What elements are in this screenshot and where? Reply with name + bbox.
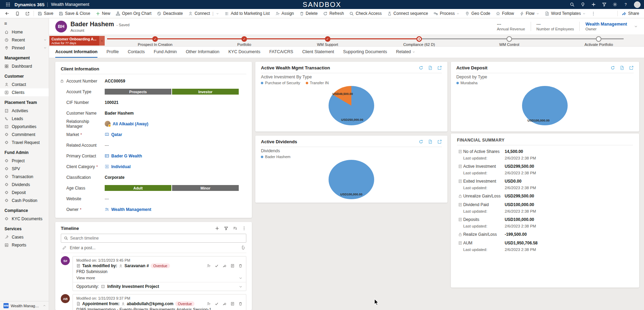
regarding-link[interactable]: Infinity Investment Project xyxy=(107,284,159,289)
filter-icon[interactable] xyxy=(602,2,607,7)
entry-actor[interactable]: ababdullah@kpmg.com xyxy=(127,301,173,306)
record-set-icon[interactable] xyxy=(12,9,22,18)
sidebar-item-pinned[interactable]: Pinned xyxy=(0,44,49,52)
view-records-icon[interactable] xyxy=(428,66,433,70)
tab-supporting-documents[interactable]: Supporting Documents xyxy=(343,47,387,58)
assign-icon[interactable] xyxy=(207,264,211,268)
overflow-button[interactable] xyxy=(588,9,598,18)
entry-card[interactable]: Modified on: 1/31/2023 9:45 PMTask modif… xyxy=(73,256,246,291)
user-avatar[interactable] xyxy=(634,1,641,8)
sidebar-item-transaction[interactable]: Transaction xyxy=(0,173,49,181)
open-record-icon[interactable] xyxy=(222,302,227,306)
refresh-icon[interactable] xyxy=(419,139,423,144)
lightbulb-icon[interactable] xyxy=(580,2,585,7)
tab-fatca-crs[interactable]: FATCA/CRS xyxy=(269,47,293,58)
tab-fund-admin[interactable]: Fund Admin xyxy=(154,47,177,58)
search-timeline-input[interactable] xyxy=(70,236,243,241)
entry-card[interactable]: Modified on: 1/31/2023 9:37 PMAppointmen… xyxy=(73,294,246,310)
view-more[interactable]: View more xyxy=(76,276,243,281)
bpf-stage-prospect-in-creation[interactable]: ✓Prospect In Creation xyxy=(138,35,172,47)
word-templates-button[interactable]: Word Templates xyxy=(542,9,588,18)
popout-icon[interactable] xyxy=(22,9,32,18)
bpf-stage-activate-portfolio[interactable]: Activate Portfolio xyxy=(585,35,613,47)
connect-sequence-button[interactable]: Connect sequence xyxy=(385,9,431,18)
process-button[interactable]: Process xyxy=(431,9,462,18)
geo-code-button[interactable]: Geo Code xyxy=(462,9,493,18)
assign-icon[interactable] xyxy=(207,302,211,306)
tab-client-statement[interactable]: Client Statement xyxy=(302,47,334,58)
delete-icon[interactable] xyxy=(238,302,243,306)
stat-annual-revenue[interactable]: --- Annual Revenue xyxy=(491,22,531,31)
assign-button[interactable]: Assign xyxy=(273,9,297,18)
tab-contacts[interactable]: Contacts xyxy=(128,47,145,58)
pie-chart[interactable]: USD100,000.00 xyxy=(522,86,568,125)
back-button[interactable] xyxy=(2,9,12,18)
search-icon[interactable] xyxy=(570,2,575,7)
tab-other-information[interactable]: Other Information xyxy=(186,47,219,58)
open-org-chart-button[interactable]: Open Org Chart xyxy=(113,9,154,18)
pie-chart[interactable]: USD250,000.00USD49,500.00 xyxy=(329,86,374,125)
share-button[interactable]: Share xyxy=(619,9,642,18)
delete-icon[interactable] xyxy=(238,264,243,268)
paperclip-icon[interactable] xyxy=(240,245,245,250)
sidebar-item-kyc-documents[interactable]: KYC Documents xyxy=(0,215,49,223)
entry-regarding[interactable]: Opportunity:Infinity Investment Project xyxy=(73,282,246,291)
save-button[interactable]: Save xyxy=(35,9,56,18)
sidebar-item-opportunities[interactable]: Opportunities xyxy=(0,123,49,130)
option-prospects[interactable]: Prospects xyxy=(105,89,171,95)
sidebar-item-activities[interactable]: Activities xyxy=(0,107,49,115)
tab-profile[interactable]: Profile xyxy=(106,47,119,58)
refresh-icon[interactable] xyxy=(610,66,615,70)
bpf-stage-banner[interactable]: Customer Onboarding A... Active for 77 d… xyxy=(49,36,99,46)
view-records-icon[interactable] xyxy=(620,66,624,70)
field-value[interactable]: ACC00059 xyxy=(105,79,246,84)
waffle-icon[interactable] xyxy=(3,2,12,7)
sort-icon[interactable] xyxy=(233,226,237,231)
sidebar-item-commitment[interactable]: Commitment xyxy=(0,130,49,138)
bpf-collapse-icon[interactable]: ‹ xyxy=(99,36,105,46)
expand-chart-icon[interactable] xyxy=(437,139,442,144)
tab-kyc-documents[interactable]: KYC Documents xyxy=(228,47,260,58)
stat-number-of-employees[interactable]: --- Number of Employees xyxy=(531,22,580,31)
bpf-stage-portfolio[interactable]: ✓Portfolio xyxy=(237,35,251,47)
sidebar-item-reports[interactable]: Reports xyxy=(0,241,49,249)
ellipsis-icon[interactable] xyxy=(242,226,246,231)
delete-button[interactable]: Delete xyxy=(297,9,321,18)
chevron-down-icon[interactable] xyxy=(633,25,639,28)
sidebar-item-travel-request[interactable]: Travel Request xyxy=(0,138,49,146)
tab-account-information[interactable]: Account Information xyxy=(55,47,97,58)
expand-chart-icon[interactable] xyxy=(629,66,634,70)
lookup-link[interactable]: Wealth Management xyxy=(111,207,151,212)
app-name[interactable]: Wealth Management xyxy=(51,2,89,7)
sidebar-item-cases[interactable]: Cases xyxy=(0,233,49,241)
view-records-icon[interactable] xyxy=(428,139,433,144)
connect-button[interactable]: Connect| xyxy=(186,9,222,18)
sidebar-item-project[interactable]: Project xyxy=(0,157,49,165)
option-minor[interactable]: Minor xyxy=(172,185,239,191)
add-to-marketing-list-button[interactable]: Add to Marketing List xyxy=(222,9,273,18)
lookup-link[interactable]: Individual xyxy=(111,164,131,169)
refresh-icon[interactable] xyxy=(419,66,423,70)
bpf-stage-wm-support[interactable]: ✓WM Support xyxy=(317,35,338,47)
note-icon[interactable] xyxy=(230,264,235,268)
option-adult[interactable]: Adult xyxy=(105,185,171,191)
sidebar-item-clients[interactable]: Clients xyxy=(0,88,49,96)
sidebar-item-cash-position[interactable]: Cash Position xyxy=(0,196,49,204)
field-value[interactable]: 100021 xyxy=(105,100,246,105)
entry-actor[interactable]: Saravanan # xyxy=(124,263,149,268)
bpf-stage-wm-control[interactable]: WM Control xyxy=(499,35,519,47)
bpf-stage-compliance-62-d[interactable]: Compliance (62 D) xyxy=(403,35,435,47)
new-button[interactable]: New xyxy=(93,9,113,18)
sidebar-item-contact[interactable]: Contact xyxy=(0,80,49,88)
deactivate-button[interactable]: Deactivate xyxy=(154,9,186,18)
stat-owner[interactable]: Wealth Management Owner xyxy=(580,22,633,31)
refresh-button[interactable]: Refresh xyxy=(320,9,347,18)
sidebar-item-dividends[interactable]: Dividends xyxy=(0,181,49,188)
open-record-icon[interactable] xyxy=(222,264,227,268)
sidebar-item-dashboard[interactable]: Dashboard xyxy=(0,62,49,70)
field-value[interactable]: Bader Hashem xyxy=(105,111,246,116)
plus-icon[interactable] xyxy=(591,2,596,7)
gear-icon[interactable] xyxy=(613,2,617,7)
complete-icon[interactable] xyxy=(215,264,219,268)
lookup-link[interactable]: Bader G Wealth xyxy=(111,154,142,158)
